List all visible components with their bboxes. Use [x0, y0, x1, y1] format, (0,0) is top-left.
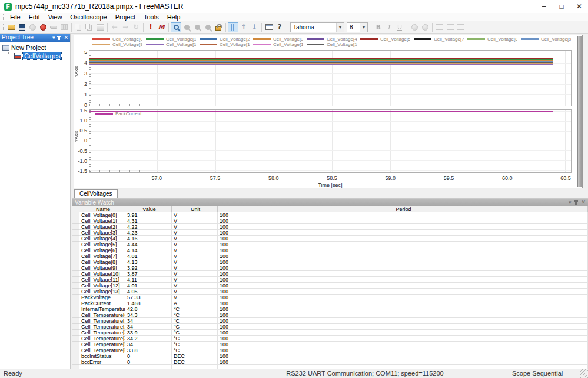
project-options-icon[interactable]	[59, 22, 69, 32]
row-selector[interactable]	[72, 242, 79, 247]
table-row[interactable]: InternalTemperature42.8°C100	[72, 306, 588, 312]
legend-item[interactable]: Cell_Voltage[9]	[517, 36, 571, 42]
close-button[interactable]: ✕	[570, 0, 588, 13]
align-left-icon[interactable]	[434, 22, 445, 32]
table-row[interactable]: Cell_Voltage[13]4.05V100	[72, 289, 588, 295]
table-row[interactable]: Cell_Voltage[9]3.92V100	[72, 265, 588, 271]
menu-file[interactable]: File	[6, 13, 25, 21]
table-row[interactable]: Cell_Temperature[1]34°C100	[72, 318, 588, 324]
legend-item[interactable]: Cell_Voltage[3]	[250, 36, 303, 42]
font-family-select[interactable]: Tahoma▼	[290, 22, 344, 32]
menu-oscilloscope[interactable]: Oscilloscope	[66, 13, 111, 21]
legend-item[interactable]: Cell_Voltage[8]	[464, 36, 517, 42]
legend-item[interactable]: Cell_Voltage[2]	[196, 36, 250, 42]
font-size-select[interactable]: 8▼	[347, 22, 368, 32]
table-row[interactable]: Cell_Voltage[4]4.16V100	[72, 236, 588, 242]
stop-communication-icon[interactable]	[38, 22, 48, 32]
menu-edit[interactable]: Edit	[25, 13, 44, 21]
print-icon[interactable]	[95, 22, 105, 32]
row-selector[interactable]	[72, 324, 79, 330]
paste-icon[interactable]	[84, 22, 95, 32]
current-plot[interactable]: PackCurrent	[89, 109, 572, 173]
table-row[interactable]: Cell_Voltage[1]4.31V100	[72, 218, 588, 224]
table-row[interactable]: Cell_Voltage[3]4.23V100	[72, 230, 588, 236]
row-selector[interactable]	[72, 312, 79, 318]
tab-cellvoltages[interactable]: CellVoltages	[74, 189, 118, 198]
oscilloscope-panel[interactable]: Cell_Voltage[0]Cell_Voltage[1]Cell_Volta…	[74, 35, 583, 188]
row-selector[interactable]	[72, 300, 79, 306]
row-selector[interactable]	[72, 359, 79, 365]
underline-icon[interactable]: U	[394, 22, 405, 32]
watch-close-icon[interactable]: ✕	[581, 199, 586, 206]
legend-item[interactable]: Cell_Voltage[5]	[357, 36, 410, 42]
row-selector[interactable]	[72, 218, 79, 224]
table-row[interactable]: PackCurrent1.468A100	[72, 300, 588, 306]
row-selector[interactable]	[72, 271, 79, 277]
italic-icon[interactable]: I	[384, 22, 394, 32]
column-header-unit[interactable]: Unit	[172, 206, 218, 212]
scope-scrollbar[interactable]	[577, 36, 582, 187]
menu-view[interactable]: View	[44, 13, 67, 21]
context-help-icon[interactable]: ?	[274, 22, 285, 32]
table-row[interactable]: Cell_Voltage[8]4.13V100	[72, 259, 588, 265]
legend-item[interactable]: Cell_Voltage[11]	[196, 42, 250, 47]
column-header-period[interactable]: Period	[218, 206, 588, 212]
forward-icon[interactable]: →	[120, 22, 131, 32]
menu-tools[interactable]: Tools	[139, 13, 163, 21]
table-row[interactable]: Cell_Voltage[6]4.14V100	[72, 247, 588, 253]
table-row[interactable]: Cell_Temperature[3]33.9°C100	[72, 330, 588, 336]
table-row[interactable]: bccError0DEC100	[72, 359, 588, 365]
table-row[interactable]: Cell_Temperature[4]34.2°C100	[72, 336, 588, 342]
table-row[interactable]: Cell_Temperature[2]34°C100	[72, 324, 588, 330]
row-selector[interactable]	[72, 253, 79, 259]
tree-item-cellvoltages[interactable]: CellVoltages	[0, 52, 70, 60]
bold-icon[interactable]: B	[373, 22, 384, 32]
signal-icon[interactable]: M	[156, 22, 167, 32]
tree-item-new-project[interactable]: New Project	[0, 44, 70, 52]
table-row[interactable]: Cell_Temperature[0]34.3°C100	[72, 312, 588, 318]
table-row[interactable]: Cell_Voltage[5]4.44V100	[72, 242, 588, 247]
row-selector[interactable]	[72, 353, 79, 359]
menu-help[interactable]: Help	[163, 13, 185, 21]
table-row[interactable]: Cell_Voltage[0]3.91V100	[72, 212, 588, 218]
align-center-icon[interactable]	[445, 22, 456, 32]
watch-collapse-icon[interactable]: ▾	[569, 199, 572, 206]
row-selector[interactable]	[72, 342, 79, 347]
toolbar-drag-handle[interactable]	[2, 24, 4, 30]
align-right-icon[interactable]	[456, 22, 466, 32]
scope-lock-icon[interactable]	[213, 22, 224, 32]
row-selector[interactable]	[72, 330, 79, 336]
row-selector[interactable]	[72, 259, 79, 265]
table-row[interactable]: Cell_Voltage[2]4.22V100	[72, 224, 588, 230]
open-project-icon[interactable]	[6, 22, 16, 32]
zoom-in-icon[interactable]	[171, 22, 181, 32]
table-row[interactable]: Cell_Temperature[6]33.8°C100	[72, 347, 588, 353]
panel-pin-icon[interactable]	[58, 36, 60, 40]
legend-item[interactable]: Cell_Voltage[13]	[303, 42, 357, 47]
row-selector[interactable]	[72, 295, 79, 300]
panel-collapse-icon[interactable]: ▾	[52, 34, 55, 42]
copy-icon[interactable]	[74, 22, 84, 32]
table-row[interactable]: Cell_Temperature[5]34°C100	[72, 342, 588, 347]
table-row[interactable]: Cell_Voltage[7]4.01V100	[72, 253, 588, 259]
row-selector[interactable]	[72, 289, 79, 295]
row-selector[interactable]	[72, 277, 79, 283]
menu-drag-handle[interactable]	[2, 14, 4, 20]
move-up-icon[interactable]: ↑	[238, 22, 249, 32]
legend-item[interactable]: Cell_Voltage[1]	[142, 36, 196, 42]
row-selector[interactable]	[72, 224, 79, 230]
text-color-icon[interactable]	[409, 22, 420, 32]
start-communication-icon[interactable]	[27, 22, 38, 32]
legend-item[interactable]: Cell_Voltage[0]	[89, 36, 142, 42]
table-row[interactable]: PackVoltage57.33V100	[72, 295, 588, 300]
panel-close-icon[interactable]: ✕	[64, 34, 68, 42]
reload-icon[interactable]: ↻	[131, 22, 141, 32]
back-icon[interactable]: ←	[109, 22, 120, 32]
legend-item[interactable]: Cell_Voltage[7]	[410, 36, 464, 42]
resize-grip[interactable]	[580, 369, 588, 378]
chevron-down-icon[interactable]: ▼	[336, 23, 344, 32]
recorder-icon[interactable]: !	[145, 22, 156, 32]
save-project-icon[interactable]	[16, 22, 27, 32]
zoom-undo-icon[interactable]	[192, 22, 202, 32]
grid-lines-icon[interactable]	[228, 22, 238, 32]
